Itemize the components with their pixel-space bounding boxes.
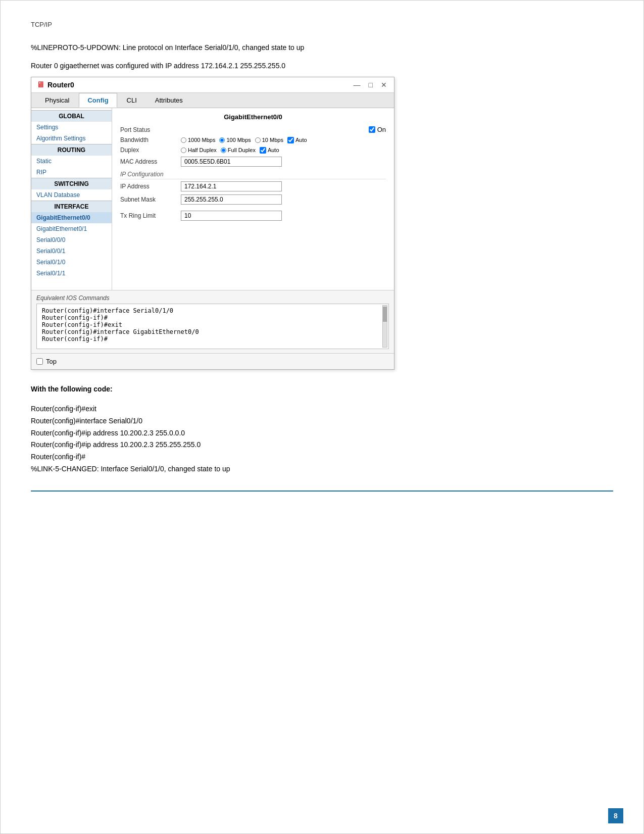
mac-address-input[interactable]: [181, 157, 282, 167]
ios-commands-section: Equivalent IOS Commands Router(config)#i…: [31, 290, 394, 353]
sidebar-item-gigabit0-0[interactable]: GigabitEthernet0/0: [31, 212, 112, 223]
header-label: TCP/IP: [31, 21, 613, 28]
port-on-label: On: [377, 126, 386, 133]
bandwidth-label: Bandwidth: [120, 136, 181, 143]
port-status-label: Port Status: [120, 126, 181, 133]
top-checkbox[interactable]: [36, 358, 43, 365]
code-line-5: Router(config-if)#: [31, 451, 613, 463]
sidebar-item-static[interactable]: Static: [31, 156, 112, 167]
ip-address-input[interactable]: [181, 181, 282, 191]
tx-ring-label: Tx Ring Limit: [120, 212, 181, 219]
bandwidth-1000[interactable]: 1000 Mbps: [181, 137, 215, 143]
sidebar-item-vlan-database[interactable]: VLAN Database: [31, 189, 112, 201]
sidebar-item-gigabit0-1[interactable]: GigabitEthernet0/1: [31, 223, 112, 234]
sidebar-item-serial0-0-1[interactable]: Serial0/0/1: [31, 246, 112, 257]
panel-title: GigabitEthernet0/0: [120, 113, 386, 121]
tab-cli[interactable]: CLI: [118, 93, 145, 108]
tab-attributes[interactable]: Attributes: [146, 93, 191, 108]
top-bar: Top: [31, 353, 394, 369]
sidebar-item-serial0-1-0[interactable]: Serial0/1/0: [31, 257, 112, 268]
window-title: 🖥 Router0: [36, 80, 74, 89]
code-line-6: %LINK-5-CHANGED: Interface Serial0/1/0, …: [31, 463, 613, 475]
bandwidth-100[interactable]: 100 Mbps: [219, 137, 251, 143]
duplex-label: Duplex: [120, 146, 181, 154]
router-config-description: Router 0 gigaethernet was configured wit…: [31, 62, 613, 70]
sidebar-item-serial0-0-0[interactable]: Serial0/0/0: [31, 234, 112, 246]
ip-address-label: IP Address: [120, 183, 181, 190]
scrollbar-thumb: [383, 307, 387, 322]
tx-ring-input[interactable]: [181, 211, 282, 221]
duplex-full[interactable]: Full Duplex: [221, 147, 256, 153]
bandwidth-auto[interactable]: Auto: [287, 137, 307, 143]
minimize-button[interactable]: —: [352, 81, 363, 89]
mac-address-row: MAC Address: [120, 157, 386, 167]
config-sidebar: GLOBAL Settings Algorithm Settings ROUTI…: [31, 108, 112, 290]
port-status-row: Port Status On: [120, 126, 386, 133]
page-number: 8: [608, 808, 623, 823]
maximize-button[interactable]: □: [367, 81, 375, 89]
port-on-checkbox[interactable]: On: [369, 126, 386, 133]
tab-config[interactable]: Config: [79, 93, 117, 108]
duplex-options: Half Duplex Full Duplex Auto: [181, 147, 279, 154]
ios-commands-label: Equivalent IOS Commands: [36, 295, 389, 302]
window-controls: — □ ✕: [352, 81, 389, 89]
bandwidth-options: 1000 Mbps 100 Mbps 10 Mbps Auto: [181, 137, 307, 143]
close-button[interactable]: ✕: [379, 81, 389, 89]
code-block: Router(config-if)#exit Router(config)#in…: [31, 403, 613, 475]
ip-config-header: IP Configuration: [120, 171, 386, 179]
config-panel: GigabitEthernet0/0 Port Status On Bandwi…: [112, 108, 394, 290]
bottom-rule: [31, 490, 613, 492]
router-icon: 🖥: [36, 80, 44, 89]
ios-commands-box[interactable]: Router(config)#interface Serial0/1/0 Rou…: [36, 304, 389, 349]
ios-commands-text: Router(config)#interface Serial0/1/0 Rou…: [42, 307, 383, 342]
sidebar-item-rip[interactable]: RIP: [31, 167, 112, 178]
code-line-4: Router(config-if)#ip address 10.200.2.3 …: [31, 439, 613, 451]
bandwidth-10[interactable]: 10 Mbps: [255, 137, 283, 143]
tab-bar: Physical Config CLI Attributes: [31, 93, 394, 108]
sidebar-item-algorithm-settings[interactable]: Algorithm Settings: [31, 133, 112, 144]
top-label: Top: [46, 358, 57, 365]
duplex-half[interactable]: Half Duplex: [181, 147, 217, 153]
sidebar-item-serial0-1-1[interactable]: Serial0/1/1: [31, 268, 112, 279]
duplex-row: Duplex Half Duplex Full Duplex Auto: [120, 146, 386, 154]
code-line-3: Router(config-if)#ip address 10.200.2.3 …: [31, 427, 613, 439]
ip-address-row: IP Address: [120, 181, 386, 191]
code-line-2: Router(config)#interface Serial0/1/0: [31, 415, 613, 427]
subnet-mask-input[interactable]: [181, 194, 282, 205]
subnet-mask-label: Subnet Mask: [120, 196, 181, 203]
sidebar-section-interface: INTERFACE: [31, 201, 112, 212]
mac-address-label: MAC Address: [120, 158, 181, 165]
code-line-1: Router(config-if)#exit: [31, 403, 613, 415]
window-title-text: Router0: [47, 81, 74, 89]
line-proto-message: %LINEPROTO-5-UPDOWN: Line protocol on In…: [31, 43, 613, 52]
tab-physical[interactable]: Physical: [36, 93, 78, 108]
config-body: GLOBAL Settings Algorithm Settings ROUTI…: [31, 108, 394, 290]
sidebar-section-global: GLOBAL: [31, 110, 112, 122]
subnet-mask-row: Subnet Mask: [120, 194, 386, 205]
tx-ring-row: Tx Ring Limit: [120, 211, 386, 221]
sidebar-item-settings[interactable]: Settings: [31, 122, 112, 133]
sidebar-section-routing: ROUTING: [31, 144, 112, 156]
sidebar-section-switching: SWITCHING: [31, 178, 112, 189]
duplex-auto[interactable]: Auto: [260, 147, 279, 154]
router-window: 🖥 Router0 — □ ✕ Physical Config CLI Attr…: [31, 77, 394, 370]
code-section-label: With the following code:: [31, 385, 613, 393]
bandwidth-row: Bandwidth 1000 Mbps 100 Mbps 10 Mbps Aut…: [120, 136, 386, 143]
port-on-input[interactable]: [369, 126, 375, 133]
window-titlebar: 🖥 Router0 — □ ✕: [31, 77, 394, 93]
scrollbar[interactable]: [382, 305, 387, 348]
